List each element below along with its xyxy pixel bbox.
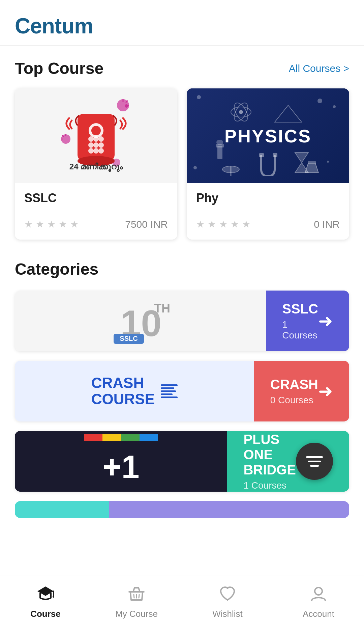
svg-point-20 <box>98 148 104 154</box>
sslc-card-body: SSLC ★ ★ ★ ★ ★ 7500 INR <box>15 183 177 240</box>
star-3: ★ <box>219 220 229 229</box>
svg-text:+1: +1 <box>102 449 139 485</box>
phy-card-footer: ★ ★ ★ ★ ★ 0 INR <box>196 219 340 230</box>
svg-rect-24 <box>217 146 222 159</box>
svg-point-15 <box>88 142 94 148</box>
basket-svg <box>128 585 145 603</box>
course-hat-svg <box>37 585 54 603</box>
crash-text-1: CRASH <box>91 375 155 391</box>
svg-rect-35 <box>259 153 264 157</box>
heart-svg <box>219 585 236 603</box>
crash-category-name: CRASH <box>270 377 318 392</box>
account-icon <box>310 585 327 605</box>
plus-category-text: PLUS ONE BRIDGE 1 Courses <box>243 432 296 491</box>
course-card-phy[interactable]: PHYSICS Phy ★ ★ ★ ★ ★ 0 INR <box>187 88 349 240</box>
account-nav-label: Account <box>303 609 334 619</box>
top-course-title: Top Course <box>15 59 103 78</box>
crash-category-text: CRASH 0 Courses <box>270 377 318 406</box>
nav-item-account[interactable]: Account <box>273 582 364 623</box>
sslc-card-image: 24 മണിക്കൂറും <box>15 88 177 183</box>
category-item-plus[interactable]: +1 PLUS ONE BRIDGE 1 Courses <box>15 431 349 492</box>
course-icon <box>37 585 54 605</box>
svg-rect-36 <box>273 153 277 157</box>
my-course-nav-label: My Course <box>115 609 158 619</box>
wishlist-icon <box>219 585 236 605</box>
bottom-nav: Course My Course Wishlist <box>0 575 364 629</box>
svg-point-19 <box>93 148 99 154</box>
svg-point-55 <box>315 587 322 595</box>
phy-stars: ★ ★ ★ ★ ★ <box>196 220 251 229</box>
partial-cat-image <box>15 501 109 518</box>
svg-text:SSLC: SSLC <box>120 335 138 342</box>
partial-cat-info <box>109 501 349 518</box>
all-courses-link[interactable]: All Courses > <box>289 63 349 74</box>
filter-fab-button[interactable] <box>296 443 333 480</box>
svg-rect-27 <box>308 161 316 164</box>
account-svg <box>310 585 327 603</box>
sslc-phone-svg: 24 മണിക്കൂറും <box>56 95 136 176</box>
phy-card-body: Phy ★ ★ ★ ★ ★ 0 INR <box>187 183 349 240</box>
app-title: Centum <box>15 14 93 38</box>
crash-line-2 <box>161 387 174 389</box>
crash-line-4 <box>161 393 173 395</box>
crash-category-info: CRASH 0 Courses ➜ <box>254 361 349 421</box>
phy-card-image: PHYSICS <box>187 88 349 183</box>
star-3: ★ <box>47 220 57 229</box>
filter-icon <box>306 456 323 467</box>
star-1: ★ <box>24 220 34 229</box>
plus-category-info: PLUS ONE BRIDGE 1 Courses <box>227 431 349 492</box>
sslc-category-info: SSLC 1 Courses ➜ <box>266 291 349 351</box>
sslc-category-image: 10 TH SSLC <box>15 291 266 351</box>
svg-point-26 <box>216 140 223 145</box>
main-content: Top Course All Courses > <box>0 46 364 558</box>
svg-text:TH: TH <box>154 301 170 315</box>
filter-line-1 <box>306 456 323 458</box>
sslc-category-text: SSLC 1 Courses <box>282 301 318 341</box>
crash-line-5 <box>161 396 178 398</box>
sslc-phone-container: 24 മണിക്കൂറും <box>15 88 177 183</box>
star-2: ★ <box>36 220 45 229</box>
filter-line-3 <box>310 465 319 467</box>
top-course-section-header: Top Course All Courses > <box>15 59 349 78</box>
nav-item-my-course[interactable]: My Course <box>91 582 182 623</box>
svg-point-18 <box>88 148 94 154</box>
star-5: ★ <box>70 220 80 229</box>
sslc-arrow-icon: ➜ <box>318 311 333 331</box>
svg-point-32 <box>239 110 243 114</box>
course-card-sslc[interactable]: 24 മണിക്കൂറും SSLC ★ ★ ★ ★ ★ 7500 INR <box>15 88 177 240</box>
sslc-category-count: 1 Courses <box>282 319 318 341</box>
crash-line-1 <box>161 384 178 386</box>
crash-text-block: CRASH COURSE <box>91 375 155 408</box>
plus-one-svg: +1 <box>84 434 158 488</box>
category-item-sslc[interactable]: 10 TH SSLC SSLC 1 Courses ➜ <box>15 291 349 351</box>
crash-text-2: COURSE <box>91 391 155 407</box>
nav-item-course[interactable]: Course <box>0 582 91 623</box>
star-5: ★ <box>242 220 251 229</box>
nav-item-wishlist[interactable]: Wishlist <box>182 582 273 623</box>
course-cards-row: 24 മണിക്കൂറും SSLC ★ ★ ★ ★ ★ 7500 INR <box>15 88 349 240</box>
svg-line-53 <box>134 595 134 598</box>
crash-image-inner: CRASH COURSE <box>91 375 178 408</box>
app-header: Centum <box>0 0 364 46</box>
plus-category-name: PLUS ONE BRIDGE <box>243 432 296 477</box>
wishlist-nav-label: Wishlist <box>212 609 243 619</box>
svg-line-54 <box>139 595 139 598</box>
sslc-stars: ★ ★ ★ ★ ★ <box>24 220 80 229</box>
crash-category-count: 0 Courses <box>270 395 318 406</box>
star-4: ★ <box>231 220 240 229</box>
svg-point-50 <box>53 596 54 598</box>
plus-category-image: +1 <box>15 431 227 492</box>
svg-rect-44 <box>121 434 140 441</box>
my-course-icon <box>128 585 145 605</box>
crash-arrow-icon: ➜ <box>318 381 333 401</box>
svg-rect-45 <box>140 434 158 441</box>
star-2: ★ <box>208 220 217 229</box>
svg-text:24 മണിക്കൂറും: 24 മണിക്കൂറും <box>69 162 123 172</box>
categories-section: Categories 10 TH SSLC SSLC <box>15 260 349 518</box>
category-item-crash[interactable]: CRASH COURSE CRASH <box>15 361 349 421</box>
sslc-card-footer: ★ ★ ★ ★ ★ 7500 INR <box>24 219 168 230</box>
svg-point-22 <box>91 126 101 135</box>
plus-category-count: 1 Courses <box>243 480 296 491</box>
sslc-price: 7500 INR <box>125 219 168 230</box>
crash-category-image: CRASH COURSE <box>15 361 254 421</box>
